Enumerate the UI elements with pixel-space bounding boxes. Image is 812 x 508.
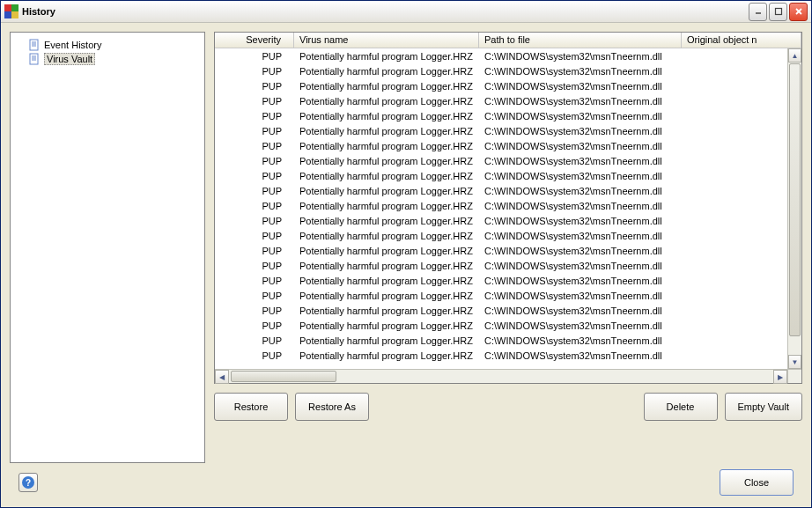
table-cell bbox=[682, 340, 801, 342]
table-row[interactable]: PUPPotentially harmful program Logger.HR… bbox=[215, 123, 801, 138]
table-cell: Potentially harmful program Logger.HRZ bbox=[294, 170, 479, 182]
table-row[interactable]: PUPPotentially harmful program Logger.HR… bbox=[215, 153, 801, 168]
app-icon bbox=[4, 4, 18, 18]
table-cell: PUP bbox=[215, 290, 294, 302]
table-cell bbox=[682, 100, 801, 102]
table-cell: C:\WINDOWS\system32\msnTneernm.dll bbox=[479, 260, 682, 272]
table-cell bbox=[682, 115, 801, 117]
scrollbar-thumb[interactable] bbox=[789, 63, 801, 336]
table-cell: PUP bbox=[215, 230, 294, 242]
titlebar[interactable]: History bbox=[1, 1, 811, 23]
table-row[interactable]: PUPPotentially harmful program Logger.HR… bbox=[215, 138, 801, 153]
maximize-icon bbox=[774, 7, 783, 16]
close-button[interactable]: Close bbox=[720, 469, 794, 496]
table-cell bbox=[682, 325, 801, 327]
history-window: History Event History bbox=[0, 0, 812, 508]
table-cell: C:\WINDOWS\system32\msnTneernm.dll bbox=[479, 170, 682, 182]
table-cell: C:\WINDOWS\system32\msnTneernm.dll bbox=[479, 200, 682, 212]
column-header-virus-name[interactable]: Virus name bbox=[294, 33, 479, 48]
window-title: History bbox=[22, 6, 749, 17]
table-row[interactable]: PUPPotentially harmful program Logger.HR… bbox=[215, 108, 801, 123]
table-row[interactable]: PUPPotentially harmful program Logger.HR… bbox=[215, 228, 801, 243]
table-cell: C:\WINDOWS\system32\msnTneernm.dll bbox=[479, 305, 682, 317]
scroll-down-button[interactable]: ▼ bbox=[788, 355, 801, 369]
scroll-right-button[interactable]: ▶ bbox=[773, 370, 787, 384]
table-cell: C:\WINDOWS\system32\msnTneernm.dll bbox=[479, 320, 682, 332]
table-cell: Potentially harmful program Logger.HRZ bbox=[294, 95, 479, 107]
table-cell: Potentially harmful program Logger.HRZ bbox=[294, 290, 479, 302]
table-cell bbox=[682, 190, 801, 192]
table-row[interactable]: PUPPotentially harmful program Logger.HR… bbox=[215, 213, 801, 228]
table-row[interactable]: PUPPotentially harmful program Logger.HR… bbox=[215, 198, 801, 213]
table-row[interactable]: PUPPotentially harmful program Logger.HR… bbox=[215, 243, 801, 258]
table-cell: PUP bbox=[215, 275, 294, 287]
table-cell bbox=[682, 85, 801, 87]
table-row[interactable]: PUPPotentially harmful program Logger.HR… bbox=[215, 78, 801, 93]
scrollbar-thumb[interactable] bbox=[231, 371, 336, 382]
delete-button[interactable]: Delete bbox=[644, 393, 718, 421]
svg-rect-1 bbox=[775, 9, 781, 15]
table-cell: Potentially harmful program Logger.HRZ bbox=[294, 275, 479, 287]
table-row[interactable]: PUPPotentially harmful program Logger.HR… bbox=[215, 288, 801, 303]
table-row[interactable]: PUPPotentially harmful program Logger.HR… bbox=[215, 168, 801, 183]
table-row[interactable]: PUPPotentially harmful program Logger.HR… bbox=[215, 63, 801, 78]
table-cell: Potentially harmful program Logger.HRZ bbox=[294, 155, 479, 167]
column-header-path[interactable]: Path to file bbox=[479, 33, 682, 48]
minimize-button[interactable] bbox=[749, 3, 767, 21]
restore-button[interactable]: Restore bbox=[214, 393, 288, 421]
table-cell: C:\WINDOWS\system32\msnTneernm.dll bbox=[479, 95, 682, 107]
table-cell: C:\WINDOWS\system32\msnTneernm.dll bbox=[479, 275, 682, 287]
table-cell bbox=[682, 265, 801, 267]
column-header-original[interactable]: Original object n bbox=[682, 33, 801, 48]
table-cell bbox=[682, 355, 801, 357]
scroll-left-button[interactable]: ◀ bbox=[215, 370, 229, 384]
table-cell bbox=[682, 160, 801, 162]
table-cell bbox=[682, 175, 801, 177]
table-row[interactable]: PUPPotentially harmful program Logger.HR… bbox=[215, 303, 801, 318]
table-row[interactable]: PUPPotentially harmful program Logger.HR… bbox=[215, 348, 801, 363]
restore-as-button[interactable]: Restore As bbox=[295, 393, 369, 421]
table-cell: PUP bbox=[215, 125, 294, 137]
table-row[interactable]: PUPPotentially harmful program Logger.HR… bbox=[215, 273, 801, 288]
table-row[interactable]: PUPPotentially harmful program Logger.HR… bbox=[215, 318, 801, 333]
tree-item-label: Virus Vault bbox=[44, 53, 95, 65]
table-cell: Potentially harmful program Logger.HRZ bbox=[294, 260, 479, 272]
minimize-icon bbox=[754, 7, 763, 16]
help-button[interactable]: ? bbox=[18, 473, 38, 492]
table-cell bbox=[682, 310, 801, 312]
window-close-button[interactable] bbox=[789, 3, 808, 21]
table-row[interactable]: PUPPotentially harmful program Logger.HR… bbox=[215, 333, 801, 348]
tree-item-event-history[interactable]: Event History bbox=[14, 38, 201, 52]
table-cell bbox=[682, 205, 801, 207]
table-cell: PUP bbox=[215, 50, 294, 63]
table-row[interactable]: PUPPotentially harmful program Logger.HR… bbox=[215, 93, 801, 108]
table-cell: Potentially harmful program Logger.HRZ bbox=[294, 350, 479, 362]
maximize-button[interactable] bbox=[769, 3, 787, 21]
table-cell: C:\WINDOWS\system32\msnTneernm.dll bbox=[479, 185, 682, 197]
scroll-up-button[interactable]: ▲ bbox=[788, 48, 801, 63]
vertical-scrollbar[interactable]: ▲ ▼ bbox=[787, 48, 801, 369]
table-row[interactable]: PUPPotentially harmful program Logger.HR… bbox=[215, 258, 801, 273]
table-row[interactable]: PUPPotentially harmful program Logger.HR… bbox=[215, 183, 801, 198]
column-header-severity[interactable]: Severity bbox=[215, 33, 294, 48]
table-cell: Potentially harmful program Logger.HRZ bbox=[294, 110, 479, 122]
table-cell bbox=[682, 220, 801, 222]
table-cell: PUP bbox=[215, 335, 294, 347]
help-icon: ? bbox=[22, 476, 34, 489]
table-cell: C:\WINDOWS\system32\msnTneernm.dll bbox=[479, 50, 682, 63]
empty-vault-button[interactable]: Empty Vault bbox=[725, 393, 803, 421]
document-icon bbox=[28, 39, 41, 51]
table-cell: Potentially harmful program Logger.HRZ bbox=[294, 50, 479, 63]
horizontal-scrollbar[interactable]: ◀ ▶ bbox=[215, 369, 801, 383]
table-cell: C:\WINDOWS\system32\msnTneernm.dll bbox=[479, 335, 682, 347]
table-cell: Potentially harmful program Logger.HRZ bbox=[294, 215, 479, 227]
table-cell: C:\WINDOWS\system32\msnTneernm.dll bbox=[479, 140, 682, 152]
table-cell: PUP bbox=[215, 65, 294, 77]
table-cell: C:\WINDOWS\system32\msnTneernm.dll bbox=[479, 65, 682, 77]
table-cell: C:\WINDOWS\system32\msnTneernm.dll bbox=[479, 230, 682, 242]
table-row[interactable]: PUPPotentially harmful program Logger.HR… bbox=[215, 48, 801, 63]
table-cell: C:\WINDOWS\system32\msnTneernm.dll bbox=[479, 245, 682, 257]
table-cell: PUP bbox=[215, 155, 294, 167]
tree-item-virus-vault[interactable]: Virus Vault bbox=[14, 52, 201, 66]
table-cell: Potentially harmful program Logger.HRZ bbox=[294, 80, 479, 92]
